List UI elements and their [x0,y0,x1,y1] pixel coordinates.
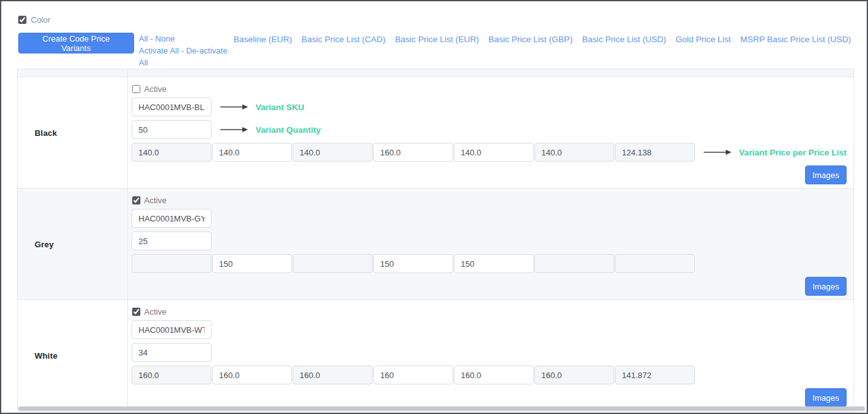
images-button[interactable]: Images [805,165,847,184]
create-code-price-variants-button[interactable]: Create Code Price Variants [18,33,134,53]
price-input-msrp-usd[interactable] [615,143,695,162]
variant-quantity-input[interactable] [132,120,211,139]
price-list-link-basic-eur[interactable]: Basic Price List (EUR) [395,35,480,44]
price-input-baseline-eur[interactable] [132,143,211,162]
price-input-gold[interactable] [534,366,614,384]
annotation-variant-sku: Variant SKU [256,103,304,112]
horizontal-scrollbar[interactable] [18,406,865,411]
table-header-row [18,69,854,77]
active-checkbox[interactable] [132,85,140,93]
price-input-basic-gbp[interactable] [373,366,453,384]
price-input-msrp-usd[interactable] [615,366,695,384]
variant-sku-input[interactable] [132,98,211,116]
variant-name-label: White [18,300,128,411]
price-input-basic-usd[interactable] [454,143,534,162]
price-list-link-msrp-usd[interactable]: MSRP Basic Price List (USD) [740,35,851,44]
all-none-link[interactable]: All - None [139,33,234,45]
images-button[interactable]: Images [805,277,847,296]
variant-row-black: Black Active Variant SKU Variant Quantit… [18,77,854,189]
activate-deactivate-link[interactable]: Activate All - De-activate All [139,45,234,69]
price-input-baseline-eur[interactable] [132,366,211,384]
annotation-variant-quantity: Variant Quantity [256,125,321,135]
color-attribute-checkbox[interactable] [18,16,26,24]
table-header-content-cell [128,69,854,77]
arrow-right-icon [703,149,732,155]
price-input-basic-usd[interactable] [454,366,534,384]
price-input-baseline-eur[interactable] [132,254,211,273]
variants-table: Black Active Variant SKU Variant Quantit… [17,69,854,412]
attribute-row: Color [18,15,851,25]
price-input-msrp-usd[interactable] [615,254,695,273]
table-header-name-cell [18,69,128,77]
arrow-right-icon [220,104,249,110]
active-label: Active [144,196,166,205]
price-input-basic-eur[interactable] [293,366,373,384]
variant-quantity-input[interactable] [132,232,211,250]
price-input-basic-gbp[interactable] [373,143,453,162]
price-list-link-gold[interactable]: Gold Price List [675,35,731,44]
price-input-gold[interactable] [534,254,614,273]
selection-links: All - None Activate All - De-activate Al… [139,33,234,69]
active-checkbox[interactable] [132,196,140,204]
price-list-link-basic-usd[interactable]: Basic Price List (USD) [582,35,667,44]
active-label: Active [144,84,166,94]
price-list-link-basic-cad[interactable]: Basic Price List (CAD) [302,35,386,44]
images-button[interactable]: Images [805,388,847,407]
variant-quantity-input[interactable] [132,343,211,362]
price-input-basic-cad[interactable] [212,143,292,162]
variant-sku-input[interactable] [132,320,211,339]
color-attribute-label: Color [31,15,50,25]
price-input-basic-gbp[interactable] [373,254,453,273]
annotation-variant-price: Variant Price per Price List [739,148,847,157]
variant-name-label: Black [18,77,128,188]
variant-row-white: White Active Images [18,300,854,411]
variant-name-label: Grey [18,189,128,299]
price-input-gold[interactable] [534,143,614,162]
arrow-right-icon [220,126,249,133]
price-list-header-links: Baseline (EUR) Basic Price List (CAD) Ba… [234,33,851,44]
price-input-basic-eur[interactable] [293,254,373,273]
price-input-basic-cad[interactable] [212,254,292,273]
active-label: Active [144,307,166,316]
price-list-link-basic-gbp[interactable]: Basic Price List (GBP) [488,35,573,44]
price-input-basic-cad[interactable] [212,366,292,384]
price-input-basic-usd[interactable] [454,254,534,273]
variant-sku-input[interactable] [132,209,211,228]
price-input-basic-eur[interactable] [293,143,373,162]
toolbar-area: Color Create Code Price Variants All - N… [1,1,867,69]
variant-row-grey: Grey Active Images [18,189,854,300]
price-list-link-baseline-eur[interactable]: Baseline (EUR) [234,35,292,44]
active-checkbox[interactable] [132,308,140,316]
controls-row: Create Code Price Variants All - None Ac… [18,33,851,69]
